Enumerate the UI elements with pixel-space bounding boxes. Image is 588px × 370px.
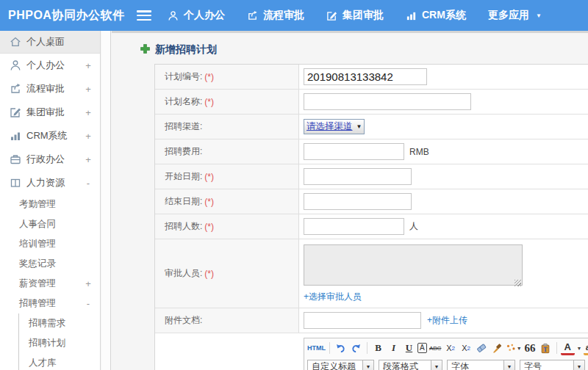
end-date-input[interactable] — [304, 193, 412, 210]
user-icon — [168, 10, 179, 21]
nav-more-apps[interactable]: 更多应用 ▼ — [488, 9, 542, 22]
sidebar-item-recruit-plan[interactable]: 招聘计划 — [19, 333, 100, 353]
sidebar-item-process-approval[interactable]: 流程审批 + — [0, 77, 100, 101]
form-row-recruit-cost: 招聘费用: RMB — [155, 139, 588, 164]
italic-button[interactable]: I — [387, 341, 401, 355]
sidebar-item-salary[interactable]: 薪资管理 + — [0, 274, 100, 294]
sidebar-item-talent-pool[interactable]: 人才库 — [19, 353, 100, 370]
attachment-upload-link[interactable]: +附件上传 — [427, 314, 467, 327]
form-row-recruit-channel: 招聘渠道: 请选择渠道 ▼ — [155, 115, 588, 139]
nav-crm-system[interactable]: CRM系统 — [406, 9, 466, 22]
headcount-input[interactable] — [304, 218, 404, 235]
channel-select[interactable]: 请选择渠道 ▼ — [304, 119, 365, 134]
field-label: 招聘费用: — [165, 145, 202, 158]
required-mark: (*) — [204, 269, 214, 279]
sidebar-item-hr-contracts[interactable]: 人事合同 — [0, 214, 100, 234]
plan-number-input[interactable] — [304, 68, 427, 85]
rich-text-editor: HTML B I U A ABC X2 — [304, 338, 588, 370]
sidebar-item-human-resources[interactable]: 人力资源 - — [0, 171, 100, 195]
form-row-plan-name: 计划名称: (*) — [155, 90, 588, 115]
svg-text:T: T — [544, 346, 548, 352]
approvers-textarea[interactable] — [304, 244, 523, 286]
editor-toolbar-top: HTML B I U A ABC X2 — [304, 338, 588, 358]
attachment-input[interactable] — [304, 312, 421, 329]
bold-button[interactable]: B — [371, 341, 385, 355]
strikethrough-button[interactable]: ABC — [429, 341, 442, 355]
font-color-button[interactable]: A — [561, 341, 575, 355]
sidebar-item-attendance[interactable]: 考勤管理 — [0, 195, 100, 214]
sidebar-item-personal-desktop[interactable]: 个人桌面 — [0, 31, 100, 54]
required-mark: (*) — [204, 197, 214, 207]
chart-icon — [406, 10, 417, 21]
expand-plus-icon[interactable]: + — [84, 278, 93, 289]
sidebar-item-crm-system[interactable]: CRM系统 + — [0, 124, 100, 148]
choose-approvers-link[interactable]: +选择审批人员 — [304, 291, 362, 303]
superscript-button[interactable]: X2 — [444, 341, 458, 355]
caret-down-icon: ▼ — [363, 360, 374, 370]
start-date-input[interactable] — [304, 168, 412, 185]
content-top-divider — [112, 31, 588, 33]
sidebar-item-recruit-demand[interactable]: 招聘需求 — [19, 313, 100, 333]
form-row-headcount: 招聘人数: (*) 人 — [155, 214, 588, 239]
expand-plus-icon[interactable]: + — [84, 107, 93, 118]
form-row-editor: HTML B I U A ABC X2 — [155, 333, 588, 370]
subscript-button[interactable]: X2 — [459, 341, 473, 355]
top-header: PHPOA协同办公软件 个人办公 流程审批 集团审批 CRM系统 — [0, 0, 588, 31]
paragraph-format-dropdown[interactable]: 段落格式 ▼ — [379, 360, 442, 370]
home-icon — [10, 36, 21, 48]
main-content: 新增招聘计划 计划编号: (*) 计划名称: (*) 招聘 — [112, 31, 588, 370]
expand-plus-icon[interactable]: + — [84, 154, 93, 165]
caret-down-icon: ▼ — [536, 12, 542, 19]
underline-button[interactable]: U — [402, 341, 416, 355]
expand-plus-icon[interactable]: + — [84, 131, 93, 142]
sidebar-scrollbar[interactable] — [101, 31, 111, 370]
html-source-button[interactable]: HTML — [307, 341, 326, 355]
form-row-plan-number: 计划编号: (*) — [155, 65, 588, 90]
format-paint-icon[interactable]: ▼ — [506, 341, 522, 355]
expand-plus-icon[interactable]: + — [84, 84, 93, 95]
sidebar-item-recruitment[interactable]: 招聘管理 - — [0, 294, 100, 313]
sidebar-item-personal-office[interactable]: 个人办公 + — [0, 54, 100, 77]
font-size-dropdown[interactable]: 字号 ▼ — [520, 360, 585, 370]
expand-plus-icon[interactable]: + — [84, 60, 93, 71]
recruitment-plan-form: 计划编号: (*) 计划名称: (*) 招聘渠道: 请选择 — [154, 64, 588, 370]
field-label: 附件文档: — [165, 314, 202, 327]
sidebar-item-rewards[interactable]: 奖惩记录 — [0, 254, 100, 274]
font-family-dropdown[interactable]: 字体 ▼ — [447, 360, 515, 370]
required-mark: (*) — [204, 97, 214, 107]
blockquote-button[interactable]: 66 — [523, 341, 537, 355]
add-plus-icon — [140, 43, 150, 57]
undo-icon[interactable] — [334, 341, 348, 355]
chart-icon — [10, 130, 21, 142]
required-mark: (*) — [204, 72, 214, 82]
custom-heading-dropdown[interactable]: 自定义标题 ▼ — [307, 360, 374, 370]
sidebar-item-training[interactable]: 培训管理 — [0, 234, 100, 254]
brush-icon[interactable] — [490, 341, 504, 355]
sidebar-submenu-recruitment: 招聘需求 招聘计划 人才库 — [18, 313, 100, 370]
resize-grip-icon[interactable] — [514, 280, 521, 286]
hamburger-menu-icon[interactable] — [137, 10, 151, 21]
caret-down-icon: ▼ — [574, 360, 585, 370]
nav-personal-office[interactable]: 个人办公 — [168, 9, 225, 22]
nav-process-approval[interactable]: 流程审批 — [247, 9, 304, 22]
field-label: 开始日期: — [165, 170, 202, 183]
paste-icon[interactable]: T — [539, 341, 553, 355]
sidebar-item-group-approval[interactable]: 集团审批 + — [0, 101, 100, 124]
nav-group-approval[interactable]: 集团审批 — [326, 9, 384, 22]
redo-icon[interactable] — [349, 341, 363, 355]
sidebar-item-admin-office[interactable]: 行政办公 + — [0, 148, 100, 171]
field-label: 审批人员: — [165, 267, 202, 280]
select-caret-icon: ▼ — [356, 123, 362, 130]
collapse-minus-icon[interactable]: - — [84, 298, 93, 309]
recruit-cost-input[interactable] — [304, 143, 404, 160]
process-icon — [10, 83, 21, 95]
collapse-minus-icon[interactable]: - — [84, 178, 93, 189]
app-logo: PHPOA协同办公软件 — [0, 8, 137, 23]
editor-toolbar-bottom: 自定义标题 ▼ 段落格式 ▼ 字体 ▼ 字号 ▼ — [304, 358, 588, 370]
font-box-button[interactable]: A — [417, 343, 427, 353]
highlight-color-button[interactable]: ab — [584, 341, 588, 355]
caret-down-icon: ▼ — [577, 346, 582, 351]
plan-name-input[interactable] — [304, 93, 471, 110]
eraser-icon[interactable] — [475, 341, 489, 355]
page-title: 新增招聘计划 — [140, 43, 588, 57]
